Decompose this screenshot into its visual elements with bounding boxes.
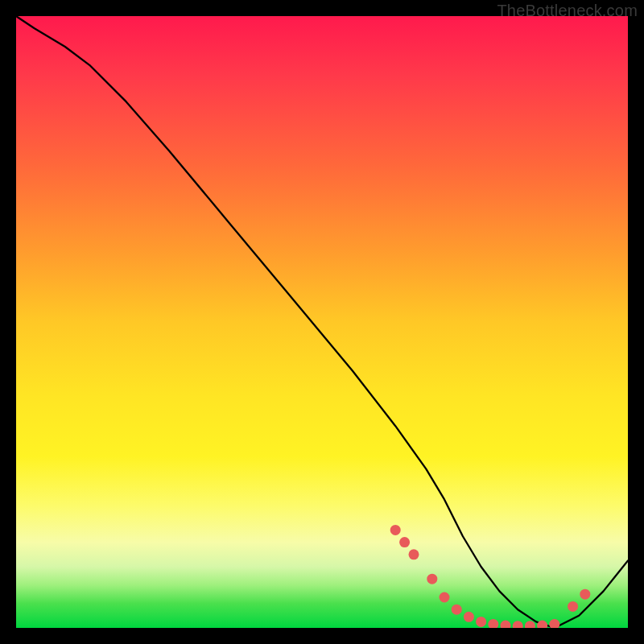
highlight-dot — [513, 621, 523, 628]
curve-line — [16, 16, 628, 628]
highlight-dot — [390, 525, 401, 535]
highlight-dot — [501, 621, 511, 629]
chart-svg — [16, 16, 628, 628]
highlight-dot — [399, 537, 410, 547]
highlight-dots — [390, 525, 591, 628]
highlight-dot — [409, 549, 419, 559]
highlight-dot — [476, 617, 486, 627]
highlight-dot — [427, 574, 437, 584]
highlight-dot — [568, 601, 578, 612]
highlight-dot — [440, 592, 450, 603]
highlight-dot — [464, 612, 474, 622]
highlight-dot — [525, 621, 535, 628]
plot-area — [16, 16, 628, 628]
chart-frame: TheBottleneck.com — [0, 0, 644, 644]
highlight-dot — [549, 619, 559, 628]
highlight-dot — [488, 619, 498, 628]
highlight-dot — [452, 605, 462, 615]
highlight-dot — [537, 621, 547, 629]
highlight-dot — [580, 589, 590, 600]
